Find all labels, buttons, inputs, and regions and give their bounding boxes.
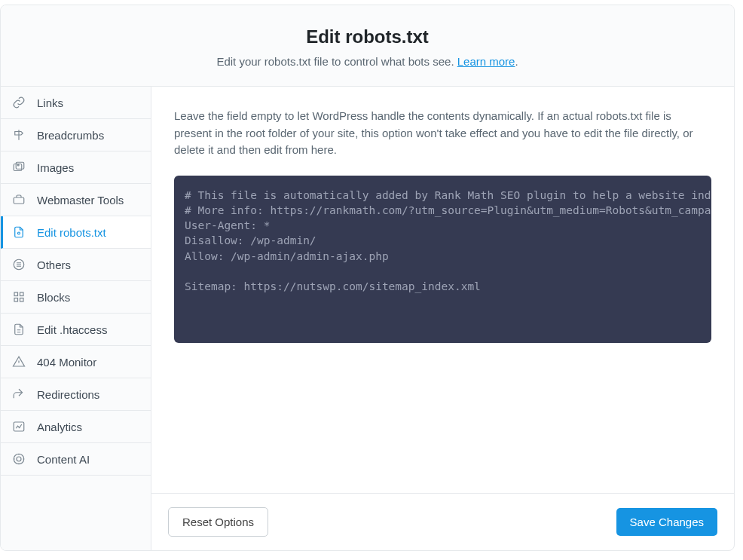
svg-rect-9: [20, 298, 24, 302]
file-icon: [11, 225, 26, 240]
svg-rect-7: [20, 292, 24, 296]
list-icon: [11, 257, 26, 272]
sidebar-item-analytics[interactable]: Analytics: [1, 411, 151, 443]
sidebar-item-content-ai[interactable]: Content AI: [1, 443, 151, 476]
content-area: Leave the field empty to let WordPress h…: [151, 87, 734, 493]
sidebar-item-label: Redirections: [37, 388, 99, 401]
reset-options-button[interactable]: Reset Options: [168, 507, 268, 537]
learn-more-link[interactable]: Learn more: [457, 55, 515, 68]
svg-point-4: [18, 232, 20, 234]
sidebar-item-label: Edit robots.txt: [37, 226, 106, 239]
sidebar-item-webmaster-tools[interactable]: Webmaster Tools: [1, 184, 151, 216]
svg-point-2: [17, 164, 19, 166]
sidebar-item-label: Breadcrumbs: [37, 129, 104, 142]
sidebar-item-label: Content AI: [37, 453, 90, 466]
file-text-icon: [11, 322, 26, 337]
settings-sidebar: Links Breadcrumbs Images Webmaster Tools: [1, 87, 151, 550]
sidebar-item-edit-robots[interactable]: Edit robots.txt: [1, 216, 151, 249]
sidebar-item-images[interactable]: Images: [1, 151, 151, 184]
svg-rect-3: [14, 197, 24, 203]
panel-header: Edit robots.txt Edit your robots.txt fil…: [1, 5, 734, 87]
sidebar-item-breadcrumbs[interactable]: Breadcrumbs: [1, 119, 151, 151]
blocks-icon: [11, 289, 26, 304]
sidebar-item-label: Images: [37, 161, 74, 174]
warning-icon: [11, 354, 26, 369]
sidebar-item-label: Blocks: [37, 291, 70, 304]
panel-footer: Reset Options Save Changes: [151, 493, 734, 550]
chart-icon: [11, 419, 26, 434]
panel-body: Links Breadcrumbs Images Webmaster Tools: [1, 87, 734, 550]
svg-point-12: [14, 454, 24, 464]
page-title: Edit robots.txt: [16, 26, 719, 47]
sidebar-item-blocks[interactable]: Blocks: [1, 281, 151, 314]
svg-point-11: [17, 457, 21, 461]
svg-rect-8: [14, 298, 18, 302]
sidebar-item-links[interactable]: Links: [1, 87, 151, 119]
toolbox-icon: [11, 192, 26, 207]
svg-rect-6: [14, 292, 18, 296]
sidebar-item-label: Edit .htaccess: [37, 323, 107, 336]
robots-txt-textarea[interactable]: [174, 176, 711, 343]
main-area: Leave the field empty to let WordPress h…: [151, 87, 734, 550]
description-text: Leave the field empty to let WordPress h…: [174, 108, 711, 159]
images-icon: [11, 160, 26, 175]
settings-panel: Edit robots.txt Edit your robots.txt fil…: [0, 5, 735, 551]
sidebar-item-label: Links: [37, 96, 63, 109]
ai-icon: [11, 451, 26, 467]
sidebar-item-label: Analytics: [37, 421, 82, 433]
sidebar-item-label: 404 Monitor: [37, 356, 96, 369]
sidebar-item-label: Others: [37, 259, 71, 271]
svg-rect-1: [16, 162, 24, 169]
signpost-icon: [11, 127, 26, 142]
sidebar-item-404-monitor[interactable]: 404 Monitor: [1, 346, 151, 378]
sidebar-item-redirections[interactable]: Redirections: [1, 378, 151, 411]
redirect-icon: [11, 387, 26, 402]
page-subtitle: Edit your robots.txt file to control wha…: [16, 55, 719, 68]
save-changes-button[interactable]: Save Changes: [616, 508, 717, 536]
sidebar-item-others[interactable]: Others: [1, 249, 151, 281]
sidebar-item-label: Webmaster Tools: [37, 194, 124, 207]
sidebar-item-edit-htaccess[interactable]: Edit .htaccess: [1, 314, 151, 346]
link-icon: [11, 95, 26, 110]
